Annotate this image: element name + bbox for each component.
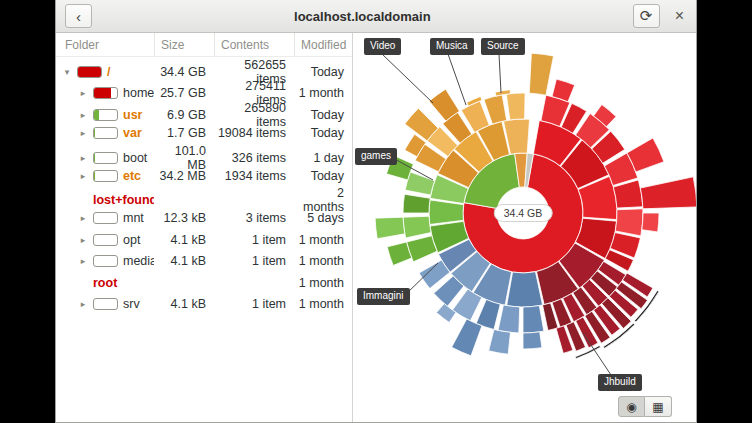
expander-icon[interactable]: ▾ [62, 67, 72, 77]
chart-segment[interactable] [523, 306, 544, 333]
table-row[interactable]: ▸var1.7 GB19084 itemsToday [56, 122, 352, 143]
table-row[interactable]: ▸media4.1 kB1 item1 month [56, 251, 352, 272]
contents-cell: 1 item [214, 297, 294, 311]
header-bar: ‹ localhost.localdomain ⟳ × [56, 0, 696, 33]
chart-segment[interactable] [489, 329, 511, 354]
chart-segment[interactable] [615, 209, 643, 236]
size-cell: 34.2 MB [154, 169, 214, 183]
expander-icon[interactable]: ▸ [78, 235, 88, 245]
back-button[interactable]: ‹ [65, 4, 92, 28]
rings-chart-icon: ◉ [626, 400, 636, 414]
window-title: localhost.localdomain [92, 9, 633, 24]
column-header-modified[interactable]: Modified [294, 33, 352, 56]
folder-name: opt [123, 233, 140, 247]
table-row[interactable]: ▸home25.7 GB275411 items1 month [56, 79, 352, 100]
treemap-chart-icon: ▦ [652, 400, 663, 414]
chart-folder-label[interactable]: games [355, 148, 397, 165]
folder-name: root [93, 276, 117, 290]
expander-icon[interactable]: ▸ [78, 256, 88, 266]
table-row[interactable]: ▸mnt12.3 kB3 items5 days [56, 208, 352, 229]
folder-name: / [107, 65, 110, 79]
folder-name: mnt [123, 211, 144, 225]
treemap-view-button[interactable]: ▦ [645, 396, 672, 417]
modified-cell: 1 month [294, 233, 352, 247]
contents-cell: 1934 items [214, 169, 294, 183]
table-row[interactable]: ▸etc34.2 MB1934 itemsToday [56, 165, 352, 186]
chart-segment[interactable] [436, 304, 456, 323]
folder-name: usr [123, 108, 142, 122]
column-header-size[interactable]: Size [154, 33, 214, 56]
app-window: ‹ localhost.localdomain ⟳ × Folder Size … [55, 0, 697, 423]
expander-icon[interactable]: ▸ [78, 110, 88, 120]
chart-segment[interactable] [642, 213, 659, 232]
folder-cell: ▸home [56, 86, 154, 100]
folder-name: home [123, 86, 154, 100]
expander-icon[interactable]: ▸ [78, 128, 88, 138]
folder-name: etc [123, 169, 141, 183]
close-button[interactable]: × [672, 7, 687, 25]
chart-segment[interactable] [529, 53, 553, 95]
usage-bar-icon [93, 298, 118, 310]
chart-segment[interactable] [375, 217, 405, 239]
usage-bar-icon [93, 87, 118, 99]
chart-segment[interactable] [452, 319, 482, 356]
chart-center-label: 34.4 GB [494, 204, 553, 222]
chart-segment[interactable] [507, 272, 543, 307]
expander-icon[interactable]: ▸ [78, 299, 88, 309]
table-row[interactable]: ▸srv4.1 kB1 item1 month [56, 293, 352, 314]
chart-segment[interactable] [403, 216, 431, 238]
expander-icon[interactable]: ▸ [78, 213, 88, 223]
expander-icon[interactable]: ▸ [78, 171, 88, 181]
chart-segment[interactable] [498, 305, 520, 333]
chart-folder-label[interactable]: Jhbuild [598, 374, 642, 391]
folder-tree-panel: Folder Size Contents Modified ▾/34.4 GB5… [56, 33, 353, 422]
folder-cell: lost+found [56, 193, 154, 207]
chart-segment[interactable] [506, 93, 525, 120]
contents-cell: 265890 items [214, 101, 294, 129]
modified-cell: 1 month [294, 86, 352, 100]
folder-cell: ▸boot [56, 151, 154, 165]
chart-segment[interactable] [405, 172, 434, 195]
chart-folder-label[interactable]: Source [481, 38, 525, 55]
folder-name: lost+found [93, 193, 154, 207]
modified-cell: 5 days [294, 211, 352, 225]
modified-cell: 1 month [294, 254, 352, 268]
modified-cell: Today [294, 126, 352, 140]
table-row[interactable]: ▾/34.4 GB562655 itemsToday [56, 58, 352, 79]
size-cell: 1.7 GB [154, 126, 214, 140]
chart-segment[interactable] [523, 332, 542, 349]
table-row[interactable]: ▸opt4.1 kB1 item1 month [56, 229, 352, 250]
expander-icon[interactable]: ▸ [78, 153, 88, 163]
view-toggle-group: ◉ ▦ [618, 396, 672, 417]
chart-folder-label[interactable]: Immagini [357, 288, 410, 305]
contents-cell: 326 items [214, 151, 294, 165]
table-row[interactable]: lost+found2 months [56, 186, 352, 207]
chart-folder-label[interactable]: Musica [430, 38, 474, 55]
refresh-button[interactable]: ⟳ [633, 4, 660, 28]
usage-bar-icon [93, 212, 118, 224]
folder-cell: ▸etc [56, 169, 154, 183]
table-row[interactable]: ▸boot101.0 MB326 items1 day [56, 144, 352, 165]
refresh-icon: ⟳ [640, 7, 653, 25]
column-header-folder[interactable]: Folder [56, 33, 154, 56]
chart-segment[interactable] [429, 200, 464, 225]
rings-view-button[interactable]: ◉ [618, 396, 645, 417]
usage-bar-icon [93, 255, 118, 267]
contents-cell: 1 item [214, 233, 294, 247]
screen-background: ‹ localhost.localdomain ⟳ × Folder Size … [0, 0, 752, 423]
table-row[interactable]: ▸usr6.9 GB265890 itemsToday [56, 101, 352, 122]
modified-cell: 1 month [294, 276, 352, 290]
column-header-contents[interactable]: Contents [214, 33, 294, 56]
usage-bar-icon [93, 127, 118, 139]
expander-icon[interactable]: ▸ [78, 88, 88, 98]
usage-bar-icon [93, 234, 118, 246]
chart-folder-label[interactable]: Video [364, 38, 401, 55]
chart-segment[interactable] [403, 194, 430, 213]
contents-cell: 1 item [214, 254, 294, 268]
table-row[interactable]: root1 month [56, 272, 352, 293]
size-cell: 25.7 GB [154, 86, 214, 100]
chart-segment[interactable] [640, 177, 696, 209]
folder-name: boot [123, 151, 147, 165]
size-cell: 101.0 MB [154, 144, 214, 172]
back-icon: ‹ [76, 8, 81, 25]
